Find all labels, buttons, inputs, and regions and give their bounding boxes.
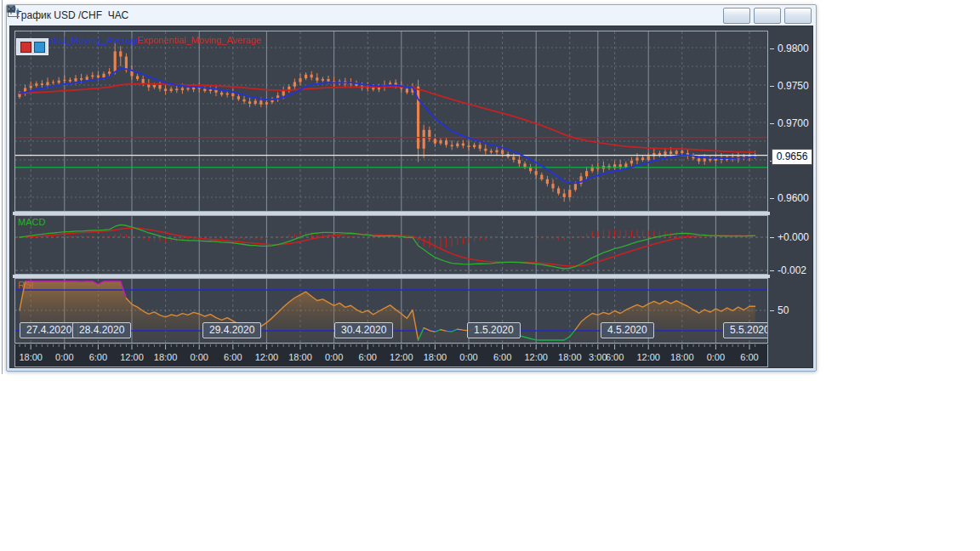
time-label: 6:00 — [89, 352, 107, 362]
close-button[interactable] — [784, 8, 812, 24]
time-label: 0:00 — [325, 352, 343, 362]
axis-tick — [770, 48, 774, 49]
axis-tick — [770, 310, 774, 311]
time-label: 0:00 — [190, 352, 208, 362]
time-label: 18:00 — [670, 352, 694, 362]
time-label: 12:00 — [390, 352, 413, 362]
blue-square-button[interactable] — [34, 42, 45, 53]
date-label: 4.5.2020 — [601, 322, 654, 338]
chart-window: График USD /CHF ЧАС Exponential_Moving_A… — [6, 4, 817, 372]
time-label: 12:00 — [255, 352, 279, 362]
desktop: { "window": { "title": "График USD /CHF … — [0, 0, 980, 551]
time-ticks — [20, 344, 755, 349]
time-label: 0:00 — [459, 352, 477, 362]
axis-tick — [770, 198, 774, 199]
indicator-buttons-toolbar — [16, 38, 48, 55]
time-label: 18:00 — [19, 352, 43, 362]
background-window-edge — [2, 0, 3, 374]
price-axis-label: 0.9600 — [778, 192, 809, 204]
macd-label: MACD — [18, 217, 45, 227]
window-titlebar[interactable]: График USD /CHF ЧАС — [7, 5, 816, 26]
time-label: 12:00 — [524, 352, 548, 362]
time-label: 3:00 — [589, 352, 607, 362]
price-axis-label: 0.9700 — [778, 117, 809, 129]
macd-axis-label: +0.000 — [778, 231, 809, 243]
macd-lines — [20, 224, 755, 269]
red-square-button[interactable] — [20, 42, 31, 53]
date-label: 30.4.2020 — [334, 322, 393, 338]
window-title: График USD /CHF ЧАС — [16, 9, 128, 21]
date-label: 28.4.2020 — [72, 322, 131, 338]
rsi-label: RSI — [18, 280, 33, 290]
axis-tick — [770, 123, 774, 124]
time-label: 18:00 — [288, 352, 312, 362]
level-lines — [15, 138, 767, 168]
time-label: 6:00 — [606, 352, 624, 362]
candles-layer — [18, 42, 756, 202]
vertical-gridlines — [31, 216, 749, 274]
price-chart-panel[interactable]: Exponential_Moving_Average Exponential_M… — [14, 31, 768, 212]
time-label: 6:00 — [493, 352, 511, 362]
time-label: 6:00 — [358, 352, 376, 362]
window-controls — [723, 8, 812, 24]
ema-overlays — [20, 69, 755, 184]
rsi-axis-label: 50 — [778, 304, 789, 316]
price-axis[interactable]: 0.98000.97500.97000.96500.9600+0.000-0.0… — [770, 26, 812, 367]
restore-button[interactable] — [754, 8, 781, 24]
axis-tick — [770, 237, 774, 238]
time-label: 6:00 — [224, 352, 242, 362]
chart-client-area: Exponential_Moving_Average Exponential_M… — [9, 26, 813, 368]
time-axis[interactable]: 18:000:006:0012:0018:000:006:0012:0018:0… — [14, 344, 768, 367]
time-label: 6:00 — [740, 352, 758, 362]
date-label: 5.5.2020 — [723, 322, 768, 338]
time-label: 18:00 — [558, 352, 582, 362]
time-label: 12:00 — [636, 352, 660, 362]
vertical-gridlines — [31, 31, 749, 211]
time-label: 0:00 — [707, 352, 725, 362]
macd-canvas[interactable] — [15, 216, 767, 274]
time-label: 12:00 — [120, 352, 144, 362]
price-chart-canvas[interactable] — [15, 31, 767, 211]
date-label: 1.5.2020 — [467, 322, 521, 338]
axis-tick — [770, 86, 774, 87]
macd-axis-label: -0.002 — [778, 264, 806, 276]
rsi-panel[interactable]: RSI 27.4.202028.4.202029.4.202030.4.2020… — [14, 278, 768, 344]
date-label: 27.4.2020 — [20, 322, 78, 338]
date-label: 29.4.2020 — [202, 322, 261, 338]
time-label: 18:00 — [154, 352, 178, 362]
price-axis-label: 0.9750 — [778, 80, 809, 92]
time-label: 0:00 — [55, 352, 73, 362]
macd-panel[interactable]: MACD — [14, 215, 768, 275]
axis-tick — [770, 270, 774, 271]
macd-gridlines — [15, 237, 767, 270]
current-price-box: 0.9656 — [772, 149, 812, 165]
price-axis-label: 0.9800 — [778, 43, 809, 54]
time-label: 18:00 — [424, 352, 447, 362]
minimize-button[interactable] — [723, 8, 750, 24]
ema-slow-legend[interactable]: Exponential_Moving_Average — [137, 35, 261, 45]
